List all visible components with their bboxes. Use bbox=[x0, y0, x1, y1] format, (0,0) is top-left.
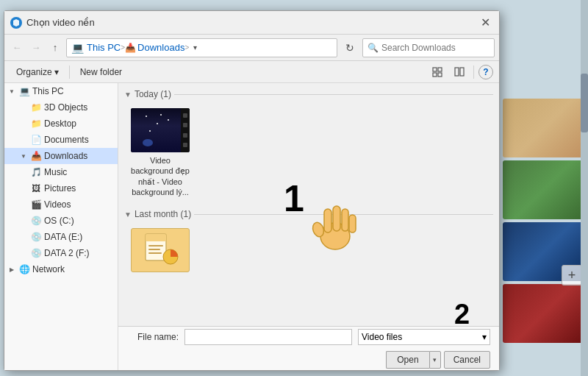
film-hole bbox=[183, 143, 187, 147]
back-button[interactable]: ← bbox=[9, 40, 25, 56]
svg-rect-5 bbox=[460, 68, 464, 76]
svg-rect-1 bbox=[438, 68, 442, 71]
template-thumbnail bbox=[131, 228, 190, 272]
svg-rect-3 bbox=[438, 73, 442, 77]
file-buttons-row: Open ▾ Cancel bbox=[127, 351, 490, 369]
add-thumb-button[interactable]: + bbox=[562, 265, 582, 285]
svg-rect-2 bbox=[433, 73, 437, 77]
today-file-grid: Video background đẹp nhất - Video backgr… bbox=[124, 105, 493, 200]
data2-f-icon: 💿 bbox=[30, 247, 42, 259]
star-2 bbox=[157, 123, 158, 124]
path-this-pc[interactable]: This PC bbox=[87, 42, 121, 53]
svg-rect-16 bbox=[148, 252, 162, 254]
path-dropdown-button[interactable]: ▾ bbox=[189, 40, 201, 56]
forward-button[interactable]: → bbox=[28, 40, 44, 56]
svg-rect-0 bbox=[433, 68, 437, 71]
sidebar-item-videos[interactable]: 🎬 Videos bbox=[4, 196, 118, 213]
last-month-group-label: Last month (1) bbox=[135, 209, 191, 219]
svg-rect-4 bbox=[455, 68, 459, 76]
file-item-last-month[interactable] bbox=[127, 225, 193, 275]
organize-button[interactable]: Organize ▾ bbox=[10, 64, 65, 80]
close-button[interactable]: ✕ bbox=[477, 15, 493, 31]
sidebar-item-documents[interactable]: 📄 Documents bbox=[4, 132, 118, 148]
today-group-label: Today (1) bbox=[135, 89, 171, 99]
today-group-header[interactable]: ▼ Today (1) bbox=[124, 89, 493, 99]
sidebar-label-desktop: Desktop bbox=[44, 118, 76, 129]
sidebar-item-data2-f[interactable]: 💿 DATA 2 (F:) bbox=[4, 245, 118, 261]
network-icon: 🌐 bbox=[18, 263, 30, 275]
svg-rect-13 bbox=[146, 234, 166, 241]
new-folder-button[interactable]: New folder bbox=[74, 64, 128, 80]
file-scroll[interactable]: ▼ Today (1) bbox=[118, 83, 499, 326]
open-button[interactable]: Open bbox=[386, 351, 429, 369]
star-3 bbox=[168, 119, 169, 121]
file-area: ▼ Today (1) bbox=[118, 83, 499, 370]
file-dialog: Chọn video nền ✕ ← → ↑ 💻 This PC > 📥 Dow… bbox=[4, 10, 500, 371]
sidebar-item-music[interactable]: 🎵 Music bbox=[4, 164, 118, 180]
sidebar-item-network[interactable]: 🌐 Network bbox=[4, 261, 118, 277]
downloads-icon: 📥 bbox=[30, 150, 42, 162]
open-dropdown-button[interactable]: ▾ bbox=[429, 351, 441, 369]
pictures-icon: 🖼 bbox=[30, 182, 42, 194]
documents-icon: 📄 bbox=[30, 134, 42, 146]
dialog-title: Chọn video nền bbox=[26, 17, 477, 28]
help-button[interactable]: ? bbox=[478, 65, 493, 79]
file-type-dropdown-arrow: ▾ bbox=[482, 332, 487, 342]
last-month-group-header[interactable]: ▼ Last month (1) bbox=[124, 209, 493, 219]
view-large-button[interactable] bbox=[428, 64, 447, 80]
cancel-button[interactable]: Cancel bbox=[444, 351, 490, 369]
file-item-video[interactable]: Video background đẹp nhất - Video backgr… bbox=[127, 105, 193, 200]
film-strip-right bbox=[181, 108, 190, 152]
expand-network[interactable] bbox=[7, 265, 16, 274]
toolbar-separator-1 bbox=[69, 65, 70, 79]
bg-scrollbar[interactable] bbox=[581, 0, 588, 376]
expand-this-pc[interactable] bbox=[7, 87, 16, 96]
os-c-icon: 💿 bbox=[30, 215, 42, 227]
star-4 bbox=[149, 130, 151, 132]
sidebar-item-3d-objects[interactable]: 📁 3D Objects bbox=[4, 99, 118, 116]
bg-thumb-4 bbox=[503, 284, 585, 343]
search-icon: 🔍 bbox=[368, 43, 379, 53]
file-type-select[interactable]: Video files ▾ bbox=[358, 329, 490, 345]
view-toggle-button[interactable] bbox=[450, 64, 469, 80]
path-downloads[interactable]: Downloads bbox=[137, 42, 184, 53]
sidebar-item-this-pc[interactable]: 💻 This PC bbox=[4, 83, 118, 99]
star-5 bbox=[160, 114, 162, 116]
sidebar: 💻 This PC 📁 3D Objects 📁 Desktop 📄 Docum… bbox=[4, 83, 118, 370]
main-content: 💻 This PC 📁 3D Objects 📁 Desktop 📄 Docum… bbox=[4, 83, 499, 370]
sidebar-label-music: Music bbox=[44, 167, 67, 177]
background-thumbnails bbox=[500, 96, 588, 375]
refresh-button[interactable]: ↻ bbox=[340, 38, 359, 57]
title-bar: Chọn video nền ✕ bbox=[4, 11, 499, 35]
sidebar-item-data-e[interactable]: 💿 DATA (E:) bbox=[4, 229, 118, 245]
search-input[interactable] bbox=[381, 43, 490, 53]
file-type-label: Video files bbox=[362, 332, 402, 342]
today-separator bbox=[174, 94, 493, 95]
sidebar-item-os-c[interactable]: 💿 OS (C:) bbox=[4, 213, 118, 229]
file-name-input[interactable] bbox=[184, 329, 352, 345]
today-chevron: ▼ bbox=[124, 91, 132, 99]
up-button[interactable]: ↑ bbox=[47, 40, 63, 56]
video-thumbnail bbox=[131, 108, 190, 152]
film-hole bbox=[183, 113, 187, 118]
bg-thumb-2 bbox=[503, 160, 585, 219]
file-name-form-label: File name: bbox=[127, 332, 179, 342]
last-month-chevron: ▼ bbox=[124, 210, 132, 219]
address-path[interactable]: 💻 This PC > 📥 Downloads > ▾ bbox=[66, 38, 337, 57]
music-icon: 🎵 bbox=[30, 166, 42, 178]
expand-downloads[interactable] bbox=[19, 152, 28, 160]
file-controls: File name: Video files ▾ Open ▾ Cancel bbox=[118, 326, 499, 370]
sidebar-label-downloads: Downloads bbox=[44, 151, 87, 161]
desktop-icon: 📁 bbox=[30, 118, 42, 130]
toolbar: Organize ▾ New folder ? bbox=[4, 61, 499, 83]
bg-thumb-1 bbox=[503, 99, 585, 157]
open-btn-container: Open ▾ bbox=[386, 351, 440, 369]
sidebar-label-documents: Documents bbox=[44, 135, 89, 145]
3d-objects-icon: 📁 bbox=[30, 102, 42, 113]
sidebar-item-desktop[interactable]: 📁 Desktop bbox=[4, 116, 118, 132]
sidebar-item-downloads[interactable]: 📥 Downloads bbox=[4, 148, 118, 164]
sidebar-item-pictures[interactable]: 🖼 Pictures bbox=[4, 180, 118, 196]
bg-scrollbar-thumb[interactable] bbox=[581, 74, 588, 132]
search-box[interactable]: 🔍 bbox=[362, 38, 495, 57]
film-hole bbox=[183, 123, 187, 127]
